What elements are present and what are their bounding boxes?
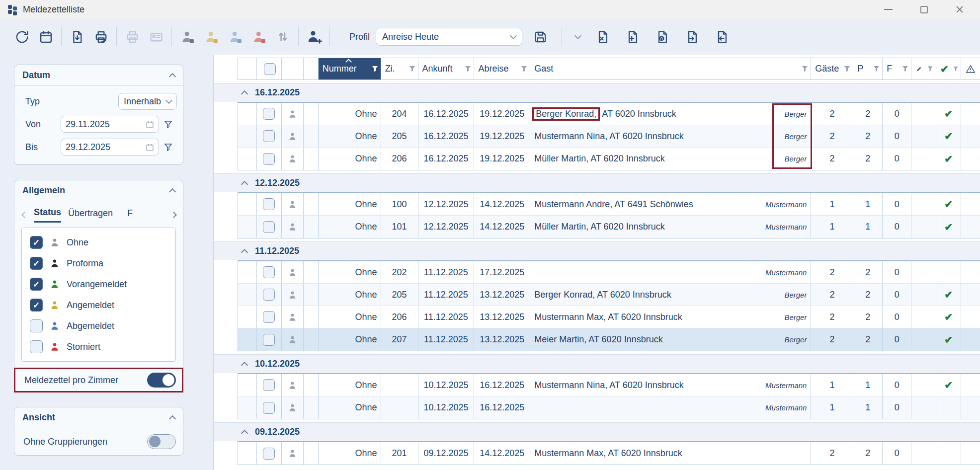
checkbox-checked[interactable]: ✓ <box>30 257 43 270</box>
filter-icon[interactable] <box>953 65 959 73</box>
refresh-button[interactable] <box>10 25 34 49</box>
von-filter-button[interactable] <box>159 116 177 133</box>
table-row[interactable]: Ohne 207 11.12.2025 13.12.2025 Meier Mar… <box>238 328 980 351</box>
status-filter-storniert[interactable]: Storniert <box>22 336 175 357</box>
meldezettel-pro-zimmer-toggle[interactable] <box>147 373 176 388</box>
profil-select[interactable]: Anreise Heute <box>376 28 522 46</box>
bis-date-input[interactable]: 29.12.2025 <box>61 139 159 156</box>
status-filter-vorangemeldet[interactable]: ✓ Vorangemeldet <box>22 274 175 295</box>
add-guest-button[interactable] <box>302 25 326 49</box>
checkbox-checked[interactable]: ✓ <box>30 299 43 312</box>
guest-blue-button[interactable] <box>223 25 247 49</box>
filter-icon[interactable] <box>927 65 934 73</box>
panel-allgemein-header[interactable]: Allgemein <box>14 180 183 201</box>
filter-icon[interactable] <box>408 65 416 73</box>
column-header-ok[interactable]: ✔ <box>936 58 961 79</box>
group-header[interactable]: 10.12.2025 <box>214 354 980 373</box>
group-header[interactable]: 16.12.2025 <box>214 83 980 102</box>
status-filter-angemeldet[interactable]: ✓ Angemeldet <box>22 295 175 315</box>
column-header-notes[interactable] <box>911 58 936 79</box>
filter-icon[interactable] <box>520 65 528 73</box>
print-check-button[interactable] <box>89 25 113 49</box>
status-filter-abgemeldet[interactable]: Abgemeldet <box>22 315 175 336</box>
tab-uebertragen[interactable]: Übertragen <box>68 208 113 222</box>
column-header-p[interactable]: P <box>853 58 883 79</box>
calendar-button[interactable] <box>34 25 58 49</box>
row-checkbox[interactable] <box>263 402 275 414</box>
row-checkbox[interactable] <box>263 198 275 210</box>
row-checkbox[interactable] <box>263 448 275 460</box>
row-checkbox[interactable] <box>263 311 275 323</box>
row-checkbox[interactable] <box>263 289 275 301</box>
filter-icon[interactable] <box>873 65 880 73</box>
file-export-button[interactable] <box>680 25 704 49</box>
tab-f[interactable]: F <box>127 208 133 222</box>
row-checkbox[interactable] <box>263 334 275 346</box>
file-import-button[interactable] <box>710 25 734 49</box>
ohne-gruppierungen-toggle[interactable] <box>147 434 176 449</box>
table-row[interactable]: Ohne 202 11.12.2025 17.12.2025 Musterman… <box>238 261 980 284</box>
checkbox-unchecked[interactable] <box>30 340 43 353</box>
column-header-zi[interactable]: Zi. <box>381 58 418 79</box>
export-document-button[interactable] <box>65 25 89 49</box>
select-all-checkbox[interactable] <box>264 63 276 75</box>
table-row[interactable]: Ohne 205 16.12.2025 19.12.2025 Musterman… <box>238 125 980 148</box>
column-header-ankunft[interactable]: Ankunft <box>418 58 475 79</box>
column-header-warning[interactable] <box>961 58 980 79</box>
tab-status[interactable]: Status <box>34 207 61 223</box>
group-header[interactable]: 09.12.2025 <box>214 422 980 441</box>
row-checkbox[interactable] <box>263 108 275 120</box>
group-header[interactable]: 12.12.2025 <box>214 173 980 192</box>
column-header-gaeste[interactable]: Gäste <box>811 58 853 79</box>
file-add-button[interactable] <box>620 25 644 49</box>
table-row[interactable]: Ohne 206 11.12.2025 13.12.2025 Musterman… <box>238 306 980 328</box>
minimize-button[interactable] <box>882 3 895 16</box>
filter-icon[interactable] <box>371 65 379 73</box>
filter-icon[interactable] <box>901 65 909 73</box>
row-checkbox[interactable] <box>263 379 275 391</box>
close-button[interactable] <box>953 3 966 16</box>
table-row[interactable]: Ohne 201 09.12.2025 14.12.2025 Musterman… <box>238 442 980 465</box>
guest-red-button[interactable] <box>247 25 271 49</box>
table-row[interactable]: Ohne 204 16.12.2025 19.12.2025 Berger Ko… <box>238 103 980 125</box>
table-row[interactable]: Ohne 10.12.2025 16.12.2025 Mustermann Ni… <box>238 374 980 396</box>
row-checkbox[interactable] <box>263 266 275 278</box>
column-header-abreise[interactable]: Abreise <box>474 58 530 79</box>
row-checkbox[interactable] <box>263 153 275 165</box>
filter-icon[interactable] <box>843 65 851 73</box>
file-data-button[interactable] <box>650 25 674 49</box>
filter-icon[interactable] <box>801 65 809 73</box>
panel-ansicht-header[interactable]: Ansicht <box>14 407 183 428</box>
maximize-button[interactable] <box>917 3 930 16</box>
checkbox-checked[interactable]: ✓ <box>30 278 43 291</box>
print-button[interactable] <box>120 25 144 49</box>
status-filter-proforma[interactable]: ✓ Proforma <box>22 253 175 274</box>
table-row[interactable]: Ohne 10.12.2025 16.12.2025 Mustermann 1 … <box>238 396 980 419</box>
tabs-scroll-right-icon[interactable] <box>170 212 177 218</box>
table-row[interactable]: Ohne 100 12.12.2025 14.12.2025 Musterman… <box>238 193 980 216</box>
panel-datum-header[interactable]: Datum <box>14 65 183 86</box>
group-header[interactable]: 11.12.2025 <box>214 241 980 260</box>
checkbox-unchecked[interactable] <box>30 319 43 332</box>
column-header-nummer[interactable]: Nummer <box>319 58 381 79</box>
guest-card-button[interactable] <box>144 25 168 49</box>
row-checkbox[interactable] <box>263 221 275 233</box>
sort-button[interactable] <box>271 25 295 49</box>
bis-filter-button[interactable] <box>159 139 177 156</box>
table-row[interactable]: Ohne 101 12.12.2025 14.12.2025 Müller Ma… <box>238 216 980 238</box>
von-date-input[interactable]: 29.11.2025 <box>61 116 159 133</box>
save-options-chevron[interactable] <box>572 25 584 49</box>
file-excel-button[interactable] <box>590 25 614 49</box>
checkbox-checked[interactable]: ✓ <box>30 236 43 249</box>
guest-gray-button[interactable] <box>175 25 199 49</box>
filter-icon[interactable] <box>464 65 472 73</box>
table-row[interactable]: Ohne 206 16.12.2025 19.12.2025 Müller Ma… <box>238 148 980 170</box>
table-row[interactable]: Ohne 205 11.12.2025 13.12.2025 Berger Ko… <box>238 284 980 306</box>
save-profile-button[interactable] <box>528 25 552 49</box>
column-header-f[interactable]: F <box>883 58 911 79</box>
typ-select[interactable]: Innerhalb <box>118 93 177 110</box>
column-header-gast[interactable]: Gast <box>530 58 811 79</box>
row-checkbox[interactable] <box>263 130 275 142</box>
status-filter-ohne[interactable]: ✓ Ohne <box>22 232 175 253</box>
guest-yellow-button[interactable] <box>199 25 223 49</box>
